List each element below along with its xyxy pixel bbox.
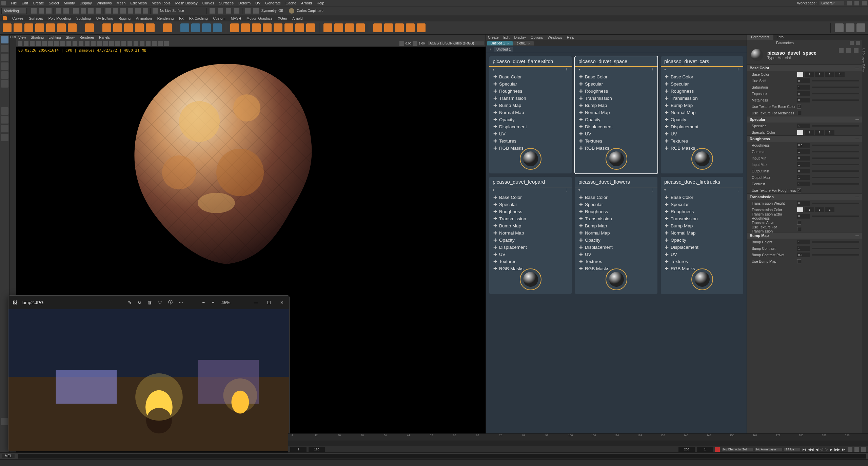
param-checkbox[interactable] (797, 111, 801, 115)
material-channel-row[interactable]: ✚Opacity (661, 116, 743, 123)
more-icon[interactable]: ⋯ (179, 300, 183, 305)
material-channel-row[interactable]: ✚Base Color (575, 73, 657, 80)
sel-vertex-icon[interactable] (73, 8, 79, 14)
ld-menu-edit[interactable]: Edit (504, 35, 510, 39)
material-channel-row[interactable]: ✚UV (661, 251, 743, 258)
material-channel-row[interactable]: ✚Base Color (489, 73, 572, 80)
command-input[interactable] (18, 454, 866, 459)
menu-cache[interactable]: Cache (285, 1, 296, 5)
type-icon[interactable] (135, 23, 144, 32)
param-slider[interactable] (812, 170, 859, 172)
param-value[interactable]: 1 (797, 182, 810, 186)
material-channel-row[interactable]: ✚Bump Map (575, 222, 657, 229)
lasso-tool-icon[interactable] (1, 45, 8, 52)
layout-four-icon[interactable] (1, 116, 8, 124)
step-forward-frame-icon[interactable]: ▶ (830, 447, 832, 452)
sweep-icon[interactable] (163, 23, 172, 32)
material-channel-row[interactable]: ✚Displacement (489, 123, 572, 130)
snap-grid-icon[interactable] (105, 8, 111, 14)
material-channel-row[interactable]: ✚Transmission (489, 95, 572, 102)
script-lang-dropdown[interactable]: MEL (2, 454, 15, 458)
shelf-tab-motiongraphics[interactable]: Motion Graphics (246, 16, 272, 20)
material-channel-row[interactable]: ✚Base Color (661, 194, 743, 201)
material-card[interactable]: picasso_duvet_firetrucks ▾⋮ ✚Base Color✚… (661, 177, 743, 294)
ld-menu-display[interactable]: Display (514, 35, 526, 39)
param-value[interactable]: 1 (835, 72, 845, 77)
vp-2d-pan-icon[interactable] (42, 41, 47, 46)
material-channel-row[interactable]: ✚Textures (489, 137, 572, 145)
material-card-header[interactable]: picasso_duvet_cars (661, 56, 743, 67)
vp-motion-blur-icon[interactable] (134, 41, 138, 46)
collapse-icon[interactable]: — (855, 66, 859, 70)
vp-dof-icon[interactable] (140, 41, 144, 46)
poly-sphere-icon[interactable] (3, 23, 12, 32)
ld-tab-cloth1[interactable]: cloth1✕ (513, 41, 534, 45)
rotate-tool-icon[interactable] (1, 71, 8, 79)
material-collapse-row[interactable]: ▾⋮ (575, 67, 657, 72)
color-swatch[interactable] (797, 72, 803, 77)
scale-tool-icon[interactable] (1, 80, 8, 88)
vp-smooth-all-icon[interactable] (97, 41, 102, 46)
param-value[interactable]: 1 (825, 130, 834, 135)
shelf-tab-uvediting[interactable]: UV Editing (96, 16, 113, 20)
param-value[interactable]: 1 (815, 207, 824, 212)
poly-torus-icon[interactable] (46, 23, 55, 32)
vp-exposure-value[interactable]: 0.00 (406, 42, 412, 45)
sel-object-icon[interactable] (96, 8, 101, 14)
material-channel-row[interactable]: ✚Bump Map (661, 222, 743, 229)
menu-modify[interactable]: Modify (64, 1, 75, 5)
material-card[interactable]: picasso_duvet_space ▾⋮ ✚Base Color✚Specu… (575, 56, 657, 173)
vp-safe-title-icon[interactable] (85, 41, 90, 46)
collapse-icon[interactable] (284, 23, 293, 32)
vp-shadows-icon[interactable] (115, 41, 120, 46)
step-forward-key-icon[interactable]: ▶▶ (834, 447, 840, 452)
max-icon[interactable] (862, 1, 867, 5)
material-channel-row[interactable]: ✚Bump Map (489, 102, 572, 109)
vp-sel-camera-icon[interactable] (18, 41, 22, 46)
menu-icon[interactable] (854, 48, 859, 53)
param-value[interactable]: 1 (797, 149, 810, 154)
material-channel-row[interactable]: ✚UV (575, 130, 657, 137)
param-slider[interactable] (812, 99, 859, 101)
edit-icon[interactable] (839, 48, 844, 53)
param-checkbox[interactable] (797, 188, 801, 192)
material-channel-row[interactable]: ✚Textures (575, 258, 657, 265)
params-pin-icon[interactable] (850, 41, 854, 45)
lookdevx-material-grid[interactable]: picasso_duvet_flameStitch ▾⋮ ✚Base Color… (486, 53, 747, 452)
material-channel-row[interactable]: ✚Base Color (575, 194, 657, 201)
param-slider[interactable] (812, 164, 859, 165)
vp-xray-active-icon[interactable] (164, 41, 169, 46)
boolean-icon[interactable] (213, 23, 222, 32)
kebab-icon[interactable]: ⋮ (736, 68, 740, 71)
material-card-header[interactable]: picasso_duvet_space (575, 56, 657, 67)
vp-menu-view[interactable]: View (18, 35, 26, 39)
poly-disc-icon[interactable] (68, 23, 77, 32)
append-icon[interactable] (263, 23, 272, 32)
material-channel-row[interactable]: ✚Specular (661, 201, 743, 208)
material-channel-row[interactable]: ✚Roughness (661, 88, 743, 95)
shelf-tab-mash[interactable]: MASH (231, 16, 241, 20)
loop-icon[interactable] (848, 447, 852, 452)
material-channel-row[interactable]: ✚Opacity (489, 116, 572, 123)
param-slider[interactable] (812, 183, 859, 185)
helix-icon[interactable] (113, 23, 122, 32)
param-value[interactable]: 1 (797, 175, 810, 180)
ipr-icon[interactable] (226, 8, 231, 14)
color-swatch[interactable] (797, 207, 803, 212)
param-slider[interactable] (812, 203, 859, 204)
vp-lock-camera-icon[interactable] (24, 41, 28, 46)
vp-colorspace-dropdown[interactable]: ACES 1.0 SDR-video (sRGB) (428, 41, 484, 45)
vp-use-lights-icon[interactable] (109, 41, 114, 46)
quadrangulate-icon[interactable] (406, 23, 415, 32)
param-slider[interactable] (812, 87, 859, 88)
shelf-tab-fx[interactable]: FX (179, 16, 183, 20)
snap-center-icon[interactable] (128, 8, 133, 14)
material-card[interactable]: picasso_duvet_leopard ▾⋮ ✚Base Color✚Spe… (489, 177, 572, 294)
retopo-icon[interactable] (384, 23, 393, 32)
section-header[interactable]: Base Color— (747, 65, 862, 71)
svg-icon[interactable] (146, 23, 155, 32)
param-slider[interactable] (812, 93, 859, 94)
material-collapse-row[interactable]: ▾⋮ (661, 187, 743, 192)
extract-icon[interactable] (202, 23, 211, 32)
menu-uv[interactable]: UV (255, 1, 260, 5)
